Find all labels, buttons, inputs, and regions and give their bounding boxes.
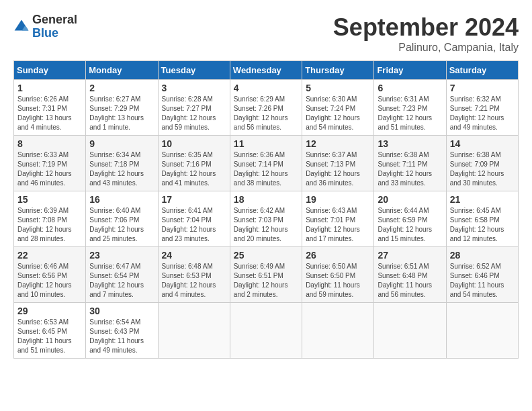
day-info: Sunrise: 6:43 AM Sunset: 7:01 PM Dayligh… (306, 206, 370, 244)
table-cell: 10Sunrise: 6:35 AM Sunset: 7:16 PM Dayli… (158, 136, 230, 191)
day-info: Sunrise: 6:54 AM Sunset: 6:43 PM Dayligh… (89, 318, 154, 355)
day-info: Sunrise: 6:26 AM Sunset: 7:31 PM Dayligh… (17, 95, 82, 132)
table-cell: 20Sunrise: 6:44 AM Sunset: 6:59 PM Dayli… (374, 191, 446, 247)
day-number: 2 (89, 83, 154, 93)
table-cell (374, 303, 446, 359)
day-info: Sunrise: 6:48 AM Sunset: 6:53 PM Dayligh… (162, 262, 226, 300)
header-row: Sunday Monday Tuesday Wednesday Thursday… (14, 61, 519, 80)
day-info: Sunrise: 6:47 AM Sunset: 6:54 PM Dayligh… (89, 262, 154, 300)
table-cell: 1Sunrise: 6:26 AM Sunset: 7:31 PM Daylig… (14, 80, 86, 136)
day-info: Sunrise: 6:42 AM Sunset: 7:03 PM Dayligh… (234, 206, 298, 244)
day-number: 26 (306, 250, 370, 261)
day-number: 17 (162, 194, 226, 205)
day-number: 21 (450, 194, 515, 205)
day-info: Sunrise: 6:53 AM Sunset: 6:45 PM Dayligh… (17, 318, 82, 355)
day-info: Sunrise: 6:37 AM Sunset: 7:13 PM Dayligh… (306, 150, 370, 188)
logo-general: General (32, 13, 77, 27)
calendar-table: Sunday Monday Tuesday Wednesday Thursday… (13, 60, 519, 359)
day-info: Sunrise: 6:38 AM Sunset: 7:09 PM Dayligh… (450, 150, 515, 188)
week-row-2: 8Sunrise: 6:33 AM Sunset: 7:19 PM Daylig… (14, 136, 519, 191)
day-number: 25 (234, 250, 298, 261)
title-area: September 2024 Palinuro, Campania, Italy (333, 13, 519, 54)
week-row-4: 22Sunrise: 6:46 AM Sunset: 6:56 PM Dayli… (14, 247, 519, 303)
table-cell: 5Sunrise: 6:30 AM Sunset: 7:24 PM Daylig… (302, 80, 374, 136)
day-info: Sunrise: 6:45 AM Sunset: 6:58 PM Dayligh… (450, 206, 515, 244)
day-number: 20 (378, 194, 442, 205)
day-number: 6 (378, 83, 442, 93)
day-number: 14 (450, 138, 515, 149)
day-info: Sunrise: 6:36 AM Sunset: 7:14 PM Dayligh… (234, 150, 298, 188)
day-number: 5 (306, 83, 370, 93)
table-cell: 23Sunrise: 6:47 AM Sunset: 6:54 PM Dayli… (86, 247, 158, 303)
col-thursday: Thursday (302, 61, 374, 80)
day-number: 1 (17, 83, 82, 93)
table-cell: 18Sunrise: 6:42 AM Sunset: 7:03 PM Dayli… (230, 191, 302, 247)
table-cell: 24Sunrise: 6:48 AM Sunset: 6:53 PM Dayli… (158, 247, 230, 303)
table-cell: 2Sunrise: 6:27 AM Sunset: 7:29 PM Daylig… (86, 80, 158, 136)
day-number: 27 (378, 250, 442, 261)
day-info: Sunrise: 6:41 AM Sunset: 7:04 PM Dayligh… (162, 206, 226, 244)
day-info: Sunrise: 6:33 AM Sunset: 7:19 PM Dayligh… (17, 150, 82, 188)
table-cell: 12Sunrise: 6:37 AM Sunset: 7:13 PM Dayli… (302, 136, 374, 191)
day-info: Sunrise: 6:44 AM Sunset: 6:59 PM Dayligh… (378, 206, 442, 244)
table-cell (158, 303, 230, 359)
day-info: Sunrise: 6:38 AM Sunset: 7:11 PM Dayligh… (378, 150, 442, 188)
table-cell: 17Sunrise: 6:41 AM Sunset: 7:04 PM Dayli… (158, 191, 230, 247)
week-row-3: 15Sunrise: 6:39 AM Sunset: 7:08 PM Dayli… (14, 191, 519, 247)
day-number: 4 (234, 83, 298, 93)
day-info: Sunrise: 6:50 AM Sunset: 6:50 PM Dayligh… (306, 262, 370, 300)
table-cell: 21Sunrise: 6:45 AM Sunset: 6:58 PM Dayli… (446, 191, 518, 247)
day-info: Sunrise: 6:32 AM Sunset: 7:21 PM Dayligh… (450, 95, 515, 132)
logo-blue: Blue (32, 27, 77, 40)
subtitle: Palinuro, Campania, Italy (333, 42, 519, 54)
table-cell: 11Sunrise: 6:36 AM Sunset: 7:14 PM Dayli… (230, 136, 302, 191)
day-number: 15 (17, 194, 82, 205)
table-cell: 22Sunrise: 6:46 AM Sunset: 6:56 PM Dayli… (14, 247, 86, 303)
day-info: Sunrise: 6:30 AM Sunset: 7:24 PM Dayligh… (306, 95, 370, 132)
logo-text: General Blue (32, 13, 77, 40)
table-cell: 28Sunrise: 6:52 AM Sunset: 6:46 PM Dayli… (446, 247, 518, 303)
table-cell: 29Sunrise: 6:53 AM Sunset: 6:45 PM Dayli… (14, 303, 86, 359)
month-title: September 2024 (333, 13, 519, 42)
day-number: 11 (234, 138, 298, 149)
day-info: Sunrise: 6:46 AM Sunset: 6:56 PM Dayligh… (17, 262, 82, 300)
table-cell (446, 303, 518, 359)
table-cell: 16Sunrise: 6:40 AM Sunset: 7:06 PM Dayli… (86, 191, 158, 247)
header: General Blue September 2024 Palinuro, Ca… (13, 13, 519, 54)
logo-icon (13, 19, 30, 35)
day-number: 9 (89, 138, 154, 149)
day-number: 19 (306, 194, 370, 205)
table-cell: 13Sunrise: 6:38 AM Sunset: 7:11 PM Dayli… (374, 136, 446, 191)
table-cell: 9Sunrise: 6:34 AM Sunset: 7:18 PM Daylig… (86, 136, 158, 191)
table-cell: 14Sunrise: 6:38 AM Sunset: 7:09 PM Dayli… (446, 136, 518, 191)
day-info: Sunrise: 6:39 AM Sunset: 7:08 PM Dayligh… (17, 206, 82, 244)
day-number: 7 (450, 83, 515, 93)
day-info: Sunrise: 6:34 AM Sunset: 7:18 PM Dayligh… (89, 150, 154, 188)
table-cell: 30Sunrise: 6:54 AM Sunset: 6:43 PM Dayli… (86, 303, 158, 359)
day-number: 30 (89, 306, 154, 316)
col-tuesday: Tuesday (158, 61, 230, 80)
day-info: Sunrise: 6:28 AM Sunset: 7:27 PM Dayligh… (162, 95, 226, 132)
day-info: Sunrise: 6:31 AM Sunset: 7:23 PM Dayligh… (378, 95, 442, 132)
table-cell: 27Sunrise: 6:51 AM Sunset: 6:48 PM Dayli… (374, 247, 446, 303)
day-info: Sunrise: 6:29 AM Sunset: 7:26 PM Dayligh… (234, 95, 298, 132)
day-number: 23 (89, 250, 154, 261)
day-info: Sunrise: 6:51 AM Sunset: 6:48 PM Dayligh… (378, 262, 442, 300)
day-number: 24 (162, 250, 226, 261)
day-info: Sunrise: 6:27 AM Sunset: 7:29 PM Dayligh… (89, 95, 154, 132)
day-number: 22 (17, 250, 82, 261)
table-cell: 15Sunrise: 6:39 AM Sunset: 7:08 PM Dayli… (14, 191, 86, 247)
day-number: 13 (378, 138, 442, 149)
col-monday: Monday (86, 61, 158, 80)
table-cell: 7Sunrise: 6:32 AM Sunset: 7:21 PM Daylig… (446, 80, 518, 136)
table-cell (230, 303, 302, 359)
day-number: 28 (450, 250, 515, 261)
day-number: 8 (17, 138, 82, 149)
table-cell: 25Sunrise: 6:49 AM Sunset: 6:51 PM Dayli… (230, 247, 302, 303)
table-cell: 8Sunrise: 6:33 AM Sunset: 7:19 PM Daylig… (14, 136, 86, 191)
logo: General Blue (13, 13, 77, 40)
table-cell: 19Sunrise: 6:43 AM Sunset: 7:01 PM Dayli… (302, 191, 374, 247)
col-sunday: Sunday (14, 61, 86, 80)
day-number: 3 (162, 83, 226, 93)
day-info: Sunrise: 6:49 AM Sunset: 6:51 PM Dayligh… (234, 262, 298, 300)
